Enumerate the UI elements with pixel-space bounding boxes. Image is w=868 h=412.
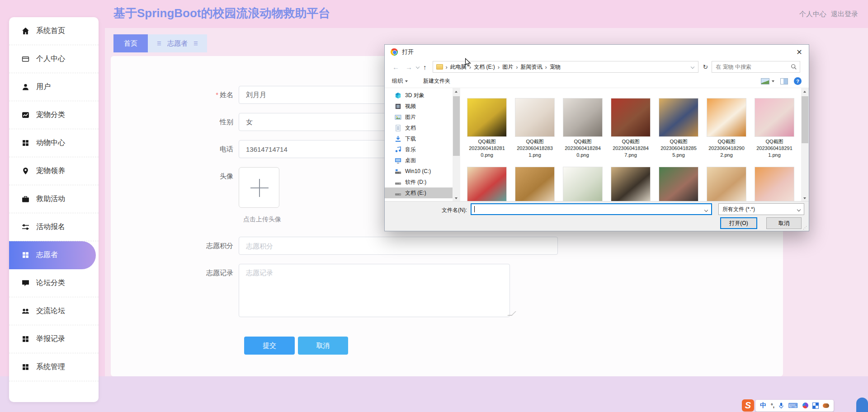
- refresh-icon[interactable]: ↻: [703, 63, 708, 70]
- scroll-up-icon[interactable]: [455, 91, 458, 93]
- file-item-3[interactable]: QQ截图20230604182847.png: [607, 98, 655, 164]
- breadcrumb-item[interactable]: 此电脑: [450, 63, 467, 71]
- sidebar-item-0[interactable]: 系统首页: [9, 17, 99, 45]
- sidebar-item-4[interactable]: 动物中心: [9, 129, 99, 157]
- form-cancel-button[interactable]: 取消: [298, 337, 348, 355]
- view-thumbnails-button[interactable]: [761, 78, 774, 84]
- dialog-cancel-button[interactable]: 取消: [766, 217, 802, 229]
- resize-grip-icon[interactable]: ⋰: [803, 225, 807, 230]
- places-item-1[interactable]: 视频: [385, 101, 453, 112]
- filetype-select[interactable]: 所有文件 (*.*): [718, 203, 804, 215]
- places-item-8[interactable]: 软件 (D:): [385, 177, 453, 187]
- sidebar-item-7[interactable]: 活动报名: [9, 213, 99, 241]
- breadcrumb-item[interactable]: 宠物: [550, 63, 561, 71]
- logout-link[interactable]: 退出登录: [831, 10, 858, 19]
- new-folder-button[interactable]: 新建文件夹: [423, 77, 450, 85]
- sidebar-item-3[interactable]: 宠物分类: [9, 101, 99, 129]
- sidebar-item-1[interactable]: 个人中心: [9, 45, 99, 73]
- places-item-3[interactable]: 文档: [385, 122, 453, 133]
- sidebar-item-11[interactable]: 举报记录: [9, 325, 99, 353]
- chevron-down-icon[interactable]: [704, 208, 708, 212]
- file-thumbnail: [515, 98, 555, 137]
- open-button[interactable]: 打开(O): [720, 217, 757, 229]
- scrollbar-thumb[interactable]: [802, 96, 808, 143]
- ime-lang-toggle[interactable]: 中: [760, 402, 766, 410]
- nav-scrollbar[interactable]: [453, 88, 460, 202]
- preview-pane-icon[interactable]: [780, 78, 788, 84]
- points-input[interactable]: [239, 237, 558, 255]
- emoji-icon[interactable]: [823, 403, 829, 408]
- up-icon[interactable]: ↑: [420, 63, 430, 71]
- breadcrumb-item[interactable]: 文档 (E:): [474, 63, 495, 71]
- places-item-7[interactable]: Win10 (C:): [385, 166, 453, 177]
- file-item-9[interactable]: [559, 167, 607, 202]
- tab-volunteer[interactable]: ☰ 志愿者 ☰: [148, 34, 207, 52]
- file-item-7[interactable]: [463, 167, 511, 202]
- help-icon[interactable]: ?: [794, 77, 802, 85]
- tab-home[interactable]: 首页: [113, 34, 148, 52]
- microphone-icon[interactable]: [779, 403, 783, 409]
- file-item-5[interactable]: QQ截图20230604182902.png: [703, 98, 750, 164]
- organize-button[interactable]: 组织: [392, 77, 408, 85]
- back-icon[interactable]: ←: [389, 63, 402, 71]
- ime-punctuation-toggle[interactable]: °,: [771, 403, 774, 409]
- text-caret: [474, 206, 475, 212]
- file-item-10[interactable]: [607, 167, 655, 202]
- sidebar-item-label: 宠物分类: [36, 110, 65, 120]
- scroll-down-icon[interactable]: [455, 197, 458, 199]
- file-item-8[interactable]: [511, 167, 559, 202]
- address-chevron-icon[interactable]: [690, 65, 694, 69]
- breadcrumb-item[interactable]: 图片: [502, 63, 513, 71]
- sidebar-item-12[interactable]: 系统管理: [9, 353, 99, 381]
- file-item-12[interactable]: [703, 167, 750, 202]
- breadcrumb-item[interactable]: 新闻资讯: [521, 63, 542, 71]
- sidebar-item-9[interactable]: 论坛分类: [9, 269, 99, 297]
- keyboard-icon[interactable]: ⌨: [788, 402, 798, 410]
- scroll-down-icon[interactable]: [803, 197, 806, 199]
- submit-button[interactable]: 提交: [244, 337, 295, 355]
- sidebar-item-label: 系统管理: [36, 362, 65, 372]
- screen-edge-handle[interactable]: [856, 398, 868, 412]
- file-item-2[interactable]: QQ截图20230604182840.png: [559, 98, 607, 164]
- places-item-6[interactable]: 桌面: [385, 155, 453, 166]
- sidebar-item-5[interactable]: 宠物领养: [9, 157, 99, 185]
- scrollbar-thumb[interactable]: [453, 96, 460, 156]
- sogou-logo-icon[interactable]: S: [742, 399, 754, 412]
- file-item-1[interactable]: QQ截图20230604182831.png: [511, 98, 559, 164]
- sidebar-item-8[interactable]: 志愿者: [9, 241, 96, 269]
- scroll-up-icon[interactable]: [803, 91, 806, 93]
- grid-icon: [22, 139, 29, 147]
- chart-icon: [22, 111, 29, 119]
- toolbox-icon[interactable]: [813, 403, 818, 408]
- filename-label: 文件名(N):: [442, 206, 467, 214]
- record-textarea[interactable]: [239, 264, 510, 317]
- history-chevron-icon[interactable]: [416, 65, 420, 69]
- places-item-2[interactable]: 图片: [385, 112, 453, 122]
- file-item-4[interactable]: QQ截图20230604182855.png: [655, 98, 703, 164]
- places-item-0[interactable]: 3D 对象: [385, 90, 453, 101]
- sidebar-item-2[interactable]: 用户: [9, 73, 99, 101]
- music-icon: [395, 146, 401, 153]
- places-item-5[interactable]: 音乐: [385, 144, 453, 155]
- close-icon[interactable]: ✕: [791, 46, 808, 58]
- dialog-titlebar[interactable]: 打开 ✕: [385, 45, 809, 59]
- filename-input[interactable]: [471, 203, 712, 215]
- sidebar-item-10[interactable]: 交流论坛: [9, 297, 99, 325]
- file-item-11[interactable]: [655, 167, 703, 202]
- file-name-line: QQ截图: [613, 138, 649, 145]
- name-label: *姓名: [184, 86, 239, 104]
- file-item-0[interactable]: QQ截图20230604182810.png: [463, 98, 511, 164]
- avatar-upload-box[interactable]: [239, 167, 279, 208]
- file-item-13[interactable]: [750, 167, 798, 202]
- forward-icon[interactable]: →: [402, 63, 415, 71]
- user-center-link[interactable]: 个人中心: [799, 10, 826, 19]
- places-item-9[interactable]: 文档 (E:): [385, 187, 453, 198]
- file-item-6[interactable]: QQ截图20230604182911.png: [750, 98, 798, 164]
- places-item-4[interactable]: 下载: [385, 133, 453, 144]
- address-bar[interactable]: ›此电脑›文档 (E:)›图片›新闻资讯›宠物: [433, 61, 698, 73]
- skin-icon[interactable]: [802, 403, 808, 408]
- grid-scrollbar[interactable]: [801, 88, 809, 202]
- search-input[interactable]: [712, 61, 800, 72]
- sidebar-item-6[interactable]: 救助活动: [9, 185, 99, 213]
- ime-tray: 中 °, ⌨: [755, 400, 834, 412]
